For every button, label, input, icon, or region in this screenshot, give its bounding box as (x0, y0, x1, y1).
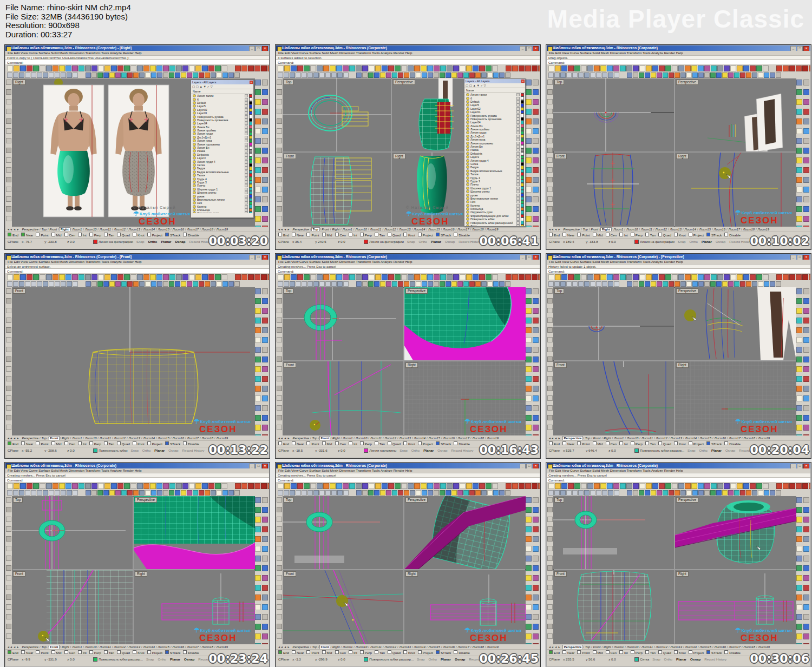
toolbar-icon[interactable] (215, 274, 221, 280)
toolbar-icon[interactable] (255, 138, 261, 144)
toolbar-icon[interactable] (6, 575, 11, 580)
osnap-checkbox[interactable] (631, 441, 634, 445)
toolbar-icon[interactable] (750, 483, 756, 489)
toolbar-icon[interactable] (796, 376, 802, 382)
toolbar-icon[interactable] (526, 497, 532, 503)
layer-row[interactable]: Линия груди (191, 132, 253, 135)
toolbar-icon[interactable] (380, 72, 385, 78)
toolbar-icon[interactable] (526, 216, 532, 222)
toolbar-icon[interactable] (796, 327, 802, 333)
toolbar-icon[interactable] (526, 356, 532, 362)
toolbar-icon[interactable] (652, 65, 658, 71)
viewport-tab-лист18[interactable]: Лист18 (201, 645, 214, 649)
toolbar-icon[interactable] (803, 298, 809, 304)
toolbar-icon[interactable] (7, 274, 13, 280)
toolbar-icon[interactable] (526, 575, 532, 581)
toolbar-icon[interactable] (663, 490, 668, 496)
toolbar-icon[interactable] (6, 497, 11, 503)
viewport-label-front[interactable]: Front (284, 154, 296, 159)
toolbar-icon[interactable] (255, 356, 261, 362)
toolbar-icon[interactable] (803, 177, 809, 183)
toolbar-icon[interactable] (717, 274, 723, 280)
toolbar-icon[interactable] (547, 366, 553, 372)
toolbar-icon[interactable] (277, 546, 282, 551)
status-toggle-ortho[interactable]: Ortho (429, 657, 437, 661)
toolbar-icon[interactable] (533, 177, 539, 183)
toolbar-icon[interactable] (414, 65, 420, 71)
toolbar-icon[interactable] (195, 274, 201, 280)
viewport-tab-лист1[interactable]: Лист1 (71, 437, 83, 440)
toolbar-icon[interactable] (533, 327, 539, 333)
toolbar-icon[interactable] (626, 274, 632, 280)
toolbar-icon[interactable] (803, 565, 809, 571)
toolbar-icon[interactable] (137, 65, 143, 71)
close-button[interactable]: × (803, 464, 809, 468)
toolbar-icon[interactable] (652, 483, 658, 489)
viewport-label-front[interactable]: Front (13, 288, 25, 294)
toolbar-icon[interactable] (145, 490, 150, 496)
toolbar-icon[interactable] (526, 337, 532, 343)
toolbar-icon[interactable] (533, 604, 539, 610)
toolbar-icon[interactable] (150, 274, 156, 280)
left-tool-strip[interactable] (276, 287, 283, 435)
toolbar-icon[interactable] (750, 274, 756, 280)
viewport-canvas[interactable] (404, 496, 526, 569)
toolbar-icon[interactable] (686, 490, 692, 496)
toolbar-icon[interactable] (607, 274, 613, 280)
toolbar-icon[interactable] (722, 281, 728, 287)
toolbar-icon[interactable] (803, 206, 809, 212)
toolbar-icon[interactable] (526, 187, 532, 193)
toolbar-icon[interactable] (356, 490, 362, 496)
toolbar-icon[interactable] (337, 490, 343, 496)
toolbar-icon[interactable] (776, 274, 782, 280)
osnap-checkbox[interactable] (375, 441, 378, 445)
toolbar-icon[interactable] (499, 281, 505, 287)
viewport-tab-лист10[interactable]: Лист10 (84, 437, 97, 440)
window-titlebar[interactable]: Шаблоны юбка обтягивающ.3dm - Rhinoceros… (5, 254, 269, 260)
osnap-checkbox[interactable] (349, 650, 352, 654)
osnap-checkbox[interactable] (133, 233, 136, 236)
layer-row[interactable]: Плечо (191, 184, 253, 187)
toolbar-icon[interactable] (205, 72, 210, 78)
status-toggle-planar[interactable]: Planar (161, 240, 171, 243)
toolbar-icon[interactable] (401, 65, 407, 71)
toolbar-icon[interactable] (803, 434, 809, 435)
toolbar-icon[interactable] (710, 72, 716, 78)
toolbar-icon[interactable] (533, 386, 539, 392)
toolbar-icon[interactable] (633, 274, 639, 280)
osnap-checkbox[interactable] (606, 233, 610, 236)
toolbar-icon[interactable] (487, 72, 493, 78)
toolbar-icon[interactable] (369, 483, 375, 489)
toolbar-icon[interactable] (362, 281, 368, 287)
toolbar-icon[interactable] (98, 65, 104, 71)
toolbar-icon[interactable] (796, 395, 802, 401)
toolbar-icon[interactable] (277, 556, 282, 561)
osnap-checkbox[interactable] (133, 650, 136, 654)
viewport-canvas[interactable] (12, 570, 133, 644)
toolbar-icon[interactable] (547, 614, 553, 619)
osnap-checkbox[interactable] (593, 441, 597, 445)
toolbar-icon[interactable] (255, 347, 261, 353)
layer-visibility-bulb-icon[interactable] (466, 224, 469, 226)
toolbar-icon[interactable] (255, 624, 261, 630)
toolbar-icon[interactable] (392, 490, 397, 496)
toolbar-icon[interactable] (20, 65, 26, 71)
toolbar-icon[interactable] (533, 356, 539, 362)
toolbar-icon[interactable] (109, 281, 115, 287)
toolbar-icon[interactable] (319, 281, 325, 287)
viewport-label-top[interactable]: Top (554, 80, 564, 85)
toolbar-icon[interactable] (6, 187, 11, 192)
layer-row[interactable]: Defpoints (464, 152, 525, 155)
toolbar-icon[interactable] (277, 366, 282, 372)
layers-panel-toolbar[interactable]: ▢ ▢ ▲ ▼ ✓ ▽ (464, 83, 525, 88)
osnap-checkbox[interactable] (403, 233, 407, 236)
toolbar-icon[interactable] (704, 490, 710, 496)
toolbar-icon[interactable] (145, 281, 150, 287)
viewport-tab-лист14[interactable]: Лист14 (142, 645, 156, 649)
toolbar-icon[interactable] (277, 318, 282, 323)
viewport-canvas[interactable] (553, 570, 674, 644)
status-toggle-planar[interactable]: Planar (154, 448, 165, 452)
toolbar-icon[interactable] (6, 604, 11, 610)
viewport-tab-лист1[interactable]: Лист1 (71, 228, 83, 231)
toolbar-icon[interactable] (547, 167, 553, 173)
